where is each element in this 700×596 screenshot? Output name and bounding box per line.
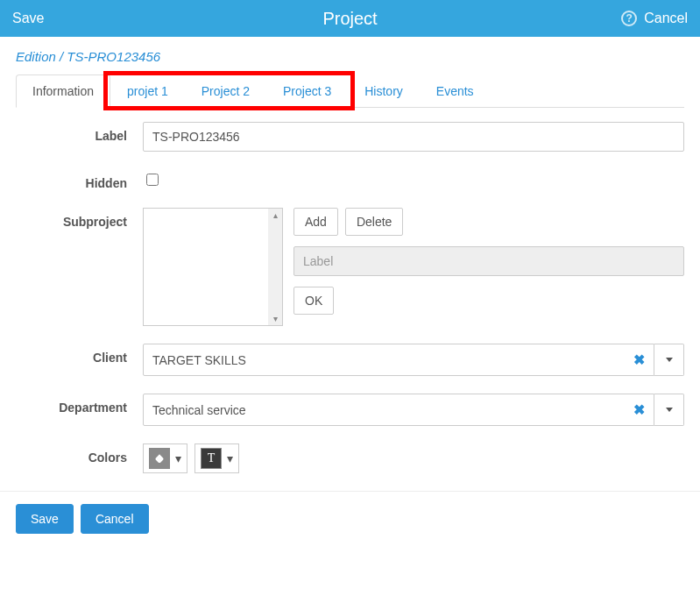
- tab-projet-1[interactable]: projet 1: [110, 74, 185, 108]
- chevron-down-icon: ▾: [175, 451, 181, 465]
- department-value: Technical service: [152, 403, 246, 417]
- save-button[interactable]: Save: [16, 504, 74, 534]
- titlebar-save-button[interactable]: Save: [12, 11, 44, 26]
- colors-label: Colors: [16, 443, 143, 473]
- titlebar-title: Project: [0, 9, 700, 29]
- footer: Save Cancel: [0, 491, 700, 546]
- text-color-swatch: T: [201, 448, 222, 469]
- titlebar-cancel-button[interactable]: Cancel: [644, 11, 688, 26]
- ok-button[interactable]: OK: [293, 287, 334, 315]
- subproject-label: Subproject: [16, 208, 143, 326]
- help-icon[interactable]: ?: [621, 11, 637, 26]
- bg-color-picker[interactable]: ▾: [143, 443, 187, 473]
- department-label: Department: [16, 394, 143, 426]
- tab-information[interactable]: Information: [16, 74, 110, 108]
- bg-color-swatch: [149, 448, 170, 469]
- client-combo[interactable]: TARGET SKILLS ✖: [143, 344, 684, 376]
- label-label: Label: [16, 122, 143, 152]
- titlebar: Save Project ? Cancel: [0, 0, 700, 37]
- chevron-down-icon: ▾: [227, 451, 233, 465]
- client-value: TARGET SKILLS: [152, 353, 246, 367]
- chevron-down-icon: [666, 408, 673, 412]
- breadcrumb: Edition / TS-PRO123456: [16, 49, 684, 64]
- scrollbar[interactable]: ▴ ▾: [268, 209, 282, 325]
- text-color-picker[interactable]: T ▾: [194, 443, 239, 473]
- hidden-checkbox[interactable]: [146, 174, 159, 186]
- subproject-label-input[interactable]: Label: [293, 246, 684, 276]
- fill-icon: [153, 452, 166, 465]
- tab-history[interactable]: History: [348, 74, 420, 108]
- department-dropdown-button[interactable]: [654, 394, 684, 426]
- department-clear-icon[interactable]: ✖: [633, 401, 645, 418]
- add-button[interactable]: Add: [293, 208, 338, 236]
- client-dropdown-button[interactable]: [654, 344, 684, 376]
- department-combo[interactable]: Technical service ✖: [143, 394, 684, 426]
- scroll-down-icon[interactable]: ▾: [273, 314, 278, 323]
- subproject-listbox[interactable]: ▴ ▾: [143, 208, 283, 326]
- client-clear-icon[interactable]: ✖: [633, 351, 645, 368]
- tab-project-2[interactable]: Project 2: [185, 74, 266, 108]
- client-label: Client: [16, 344, 143, 376]
- tabs: Informationprojet 1Project 2Project 3His…: [16, 74, 684, 108]
- label-input[interactable]: [143, 122, 684, 152]
- hidden-label: Hidden: [16, 169, 143, 190]
- tab-project-3[interactable]: Project 3: [266, 74, 348, 108]
- scroll-up-icon[interactable]: ▴: [273, 210, 278, 220]
- cancel-button[interactable]: Cancel: [81, 504, 149, 534]
- tab-events[interactable]: Events: [420, 74, 491, 108]
- delete-button[interactable]: Delete: [345, 208, 403, 236]
- chevron-down-icon: [666, 358, 673, 362]
